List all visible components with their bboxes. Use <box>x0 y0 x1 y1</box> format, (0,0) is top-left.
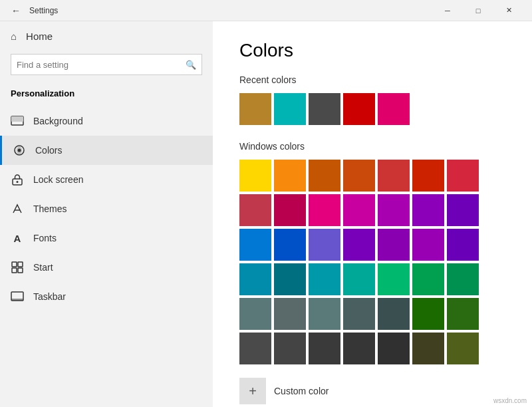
windows-color-swatch[interactable] <box>447 333 479 364</box>
recent-color-swatch[interactable] <box>309 93 340 125</box>
back-button[interactable]: ← <box>8 3 24 19</box>
recent-color-swatch[interactable] <box>239 93 271 125</box>
windows-color-swatch[interactable] <box>239 333 271 364</box>
sidebar: ⌂ Home 🔍 Personalization Background <box>0 21 213 407</box>
windows-color-swatch[interactable] <box>274 333 306 364</box>
windows-color-swatch[interactable] <box>343 333 375 364</box>
recent-color-swatch[interactable] <box>274 93 306 125</box>
windows-color-swatch[interactable] <box>378 333 410 364</box>
windows-color-swatch[interactable] <box>343 229 375 261</box>
main-container: ⌂ Home 🔍 Personalization Background <box>0 21 532 407</box>
svg-point-5 <box>17 181 19 183</box>
search-box[interactable]: 🔍 <box>11 54 202 75</box>
sidebar-item-colors[interactable]: Colors <box>0 136 213 165</box>
colors-icon <box>13 144 26 157</box>
page-title: Colors <box>239 40 505 61</box>
windows-color-swatch[interactable] <box>274 298 306 330</box>
search-input[interactable] <box>17 60 186 70</box>
svg-rect-10 <box>18 268 23 273</box>
background-icon <box>11 114 24 128</box>
themes-icon <box>11 202 24 215</box>
minimize-button[interactable]: ─ <box>432 0 463 21</box>
recent-colors-label: Recent colors <box>239 74 505 85</box>
sidebar-item-start[interactable]: Start <box>0 253 213 282</box>
home-icon: ⌂ <box>11 31 17 42</box>
windows-color-swatch[interactable] <box>309 333 340 364</box>
windows-color-swatch[interactable] <box>378 263 410 295</box>
windows-color-swatch[interactable] <box>412 160 444 192</box>
windows-color-swatch[interactable] <box>447 263 479 295</box>
sidebar-item-start-label: Start <box>33 262 53 273</box>
windows-color-swatch[interactable] <box>447 229 479 261</box>
windows-color-swatch[interactable] <box>239 229 271 261</box>
custom-color-row[interactable]: + Custom color <box>239 378 505 404</box>
windows-color-swatch[interactable] <box>447 160 479 192</box>
sidebar-item-colors-label: Colors <box>35 145 62 156</box>
maximize-button[interactable]: □ <box>463 0 493 21</box>
windows-color-row <box>239 298 505 330</box>
windows-color-swatch[interactable] <box>412 298 444 330</box>
windows-color-swatch[interactable] <box>309 194 340 226</box>
custom-color-plus-button[interactable]: + <box>239 378 266 404</box>
recent-color-swatch[interactable] <box>343 93 375 125</box>
lock-screen-icon <box>11 173 24 186</box>
windows-color-swatch[interactable] <box>343 298 375 330</box>
windows-color-swatch[interactable] <box>239 263 271 295</box>
windows-color-swatch[interactable] <box>447 194 479 226</box>
sidebar-item-themes-label: Themes <box>33 204 67 214</box>
sidebar-item-background[interactable]: Background <box>0 106 213 136</box>
windows-color-swatch[interactable] <box>378 194 410 226</box>
windows-color-swatch[interactable] <box>447 298 479 330</box>
windows-color-swatch[interactable] <box>309 229 340 261</box>
sidebar-item-taskbar[interactable]: Taskbar <box>0 282 213 311</box>
windows-color-swatch[interactable] <box>274 194 306 226</box>
sidebar-item-fonts[interactable]: A Fonts <box>0 223 213 253</box>
sidebar-item-themes[interactable]: Themes <box>0 194 213 223</box>
taskbar-icon <box>11 290 24 303</box>
windows-color-swatch[interactable] <box>309 263 340 295</box>
content-area: Colors Recent colors Windows colors + Cu… <box>213 21 532 407</box>
windows-colors-section: Windows colors <box>239 141 505 364</box>
sidebar-item-lock-screen[interactable]: Lock screen <box>0 165 213 194</box>
windows-color-swatch[interactable] <box>378 229 410 261</box>
search-icon: 🔍 <box>186 60 196 70</box>
windows-color-swatch[interactable] <box>274 160 306 192</box>
windows-color-swatch[interactable] <box>274 263 306 295</box>
windows-color-swatch[interactable] <box>343 160 375 192</box>
fonts-icon: A <box>11 231 24 245</box>
windows-color-swatch[interactable] <box>343 263 375 295</box>
windows-color-swatch[interactable] <box>343 194 375 226</box>
windows-color-swatch[interactable] <box>412 333 444 364</box>
windows-color-swatch[interactable] <box>412 229 444 261</box>
sidebar-home-button[interactable]: ⌂ Home <box>0 21 213 51</box>
close-button[interactable]: ✕ <box>493 0 524 21</box>
windows-color-row <box>239 160 505 192</box>
windows-color-swatch[interactable] <box>309 298 340 330</box>
recent-color-swatch[interactable] <box>378 93 410 125</box>
sidebar-item-background-label: Background <box>33 116 83 126</box>
windows-color-swatch[interactable] <box>378 160 410 192</box>
svg-rect-8 <box>18 262 23 267</box>
custom-color-label: Custom color <box>274 386 329 396</box>
windows-color-swatch[interactable] <box>239 194 271 226</box>
windows-color-row <box>239 333 505 364</box>
windows-color-swatch[interactable] <box>412 263 444 295</box>
windows-color-row <box>239 263 505 295</box>
windows-colors-label: Windows colors <box>239 141 505 152</box>
windows-color-swatch[interactable] <box>274 229 306 261</box>
svg-rect-7 <box>12 262 17 267</box>
windows-color-row <box>239 194 505 226</box>
title-bar-title: Settings <box>29 6 58 15</box>
windows-color-swatch[interactable] <box>378 298 410 330</box>
windows-color-swatch[interactable] <box>412 194 444 226</box>
start-icon <box>11 261 24 274</box>
window-controls: ─ □ ✕ <box>432 0 524 21</box>
windows-color-swatch[interactable] <box>239 160 271 192</box>
svg-point-3 <box>18 149 21 152</box>
windows-color-swatch[interactable] <box>309 160 340 192</box>
sidebar-item-fonts-label: Fonts <box>33 233 57 243</box>
personalization-section-title: Personalization <box>0 83 213 106</box>
svg-rect-12 <box>11 299 23 301</box>
svg-rect-1 <box>11 116 23 122</box>
windows-color-swatch[interactable] <box>239 298 271 330</box>
